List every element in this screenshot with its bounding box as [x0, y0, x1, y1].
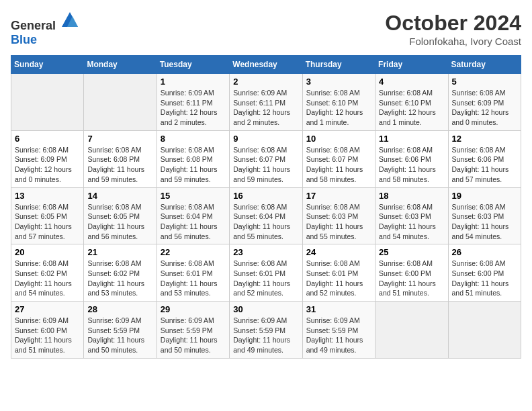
day-number: 29 — [161, 304, 226, 314]
day-info: Sunrise: 6:08 AM Sunset: 6:07 PM Dayligh… — [306, 145, 371, 185]
calendar-cell: 7Sunrise: 6:08 AM Sunset: 6:08 PM Daylig… — [84, 130, 157, 187]
day-number: 3 — [306, 77, 371, 87]
calendar-cell: 24Sunrise: 6:08 AM Sunset: 6:01 PM Dayli… — [302, 244, 375, 302]
calendar-cell: 6Sunrise: 6:08 AM Sunset: 6:09 PM Daylig… — [11, 130, 84, 187]
day-info: Sunrise: 6:08 AM Sunset: 6:04 PM Dayligh… — [161, 202, 226, 242]
day-info: Sunrise: 6:08 AM Sunset: 6:05 PM Dayligh… — [87, 202, 152, 242]
calendar-cell: 27Sunrise: 6:09 AM Sunset: 6:00 PM Dayli… — [11, 302, 84, 359]
logo-icon — [60, 11, 79, 30]
day-info: Sunrise: 6:08 AM Sunset: 6:08 PM Dayligh… — [161, 145, 226, 185]
calendar-cell: 11Sunrise: 6:08 AM Sunset: 6:06 PM Dayli… — [375, 130, 448, 187]
day-number: 2 — [233, 77, 298, 87]
day-number: 27 — [15, 304, 80, 314]
day-info: Sunrise: 6:08 AM Sunset: 6:09 PM Dayligh… — [452, 88, 517, 128]
day-info: Sunrise: 6:08 AM Sunset: 6:05 PM Dayligh… — [15, 202, 80, 242]
day-number: 8 — [161, 134, 226, 144]
day-info: Sunrise: 6:09 AM Sunset: 6:11 PM Dayligh… — [161, 88, 226, 128]
day-number: 14 — [87, 191, 152, 201]
logo: General Blue — [11, 11, 79, 47]
logo-general: General — [11, 19, 56, 32]
day-info: Sunrise: 6:08 AM Sunset: 6:02 PM Dayligh… — [87, 259, 152, 298]
page-header: General Blue October 2024 Folonfokaha, I… — [11, 11, 521, 47]
header-monday: Monday — [84, 56, 157, 74]
day-number: 26 — [452, 247, 517, 257]
day-number: 19 — [452, 191, 517, 201]
day-info: Sunrise: 6:08 AM Sunset: 6:01 PM Dayligh… — [161, 259, 226, 298]
day-number: 9 — [233, 134, 298, 144]
day-number: 22 — [161, 247, 226, 257]
calendar-cell: 29Sunrise: 6:09 AM Sunset: 5:59 PM Dayli… — [157, 302, 229, 359]
main-title: October 2024 — [385, 11, 521, 36]
calendar-cell: 21Sunrise: 6:08 AM Sunset: 6:02 PM Dayli… — [84, 244, 157, 302]
day-info: Sunrise: 6:09 AM Sunset: 5:59 PM Dayligh… — [161, 316, 226, 355]
calendar-cell: 1Sunrise: 6:09 AM Sunset: 6:11 PM Daylig… — [157, 74, 229, 131]
calendar-table: SundayMondayTuesdayWednesdayThursdayFrid… — [11, 55, 521, 359]
calendar-cell: 5Sunrise: 6:08 AM Sunset: 6:09 PM Daylig… — [448, 74, 521, 131]
day-info: Sunrise: 6:09 AM Sunset: 5:59 PM Dayligh… — [233, 316, 298, 355]
week-row-3: 20Sunrise: 6:08 AM Sunset: 6:02 PM Dayli… — [11, 244, 521, 302]
day-number: 31 — [306, 304, 371, 314]
day-number: 25 — [379, 247, 444, 257]
calendar-cell: 9Sunrise: 6:08 AM Sunset: 6:07 PM Daylig… — [230, 130, 302, 187]
day-info: Sunrise: 6:09 AM Sunset: 5:59 PM Dayligh… — [87, 316, 152, 355]
calendar-cell: 10Sunrise: 6:08 AM Sunset: 6:07 PM Dayli… — [302, 130, 375, 187]
calendar-cell: 19Sunrise: 6:08 AM Sunset: 6:03 PM Dayli… — [448, 187, 521, 244]
week-row-4: 27Sunrise: 6:09 AM Sunset: 6:00 PM Dayli… — [11, 302, 521, 359]
day-info: Sunrise: 6:08 AM Sunset: 6:02 PM Dayligh… — [15, 259, 80, 298]
day-info: Sunrise: 6:08 AM Sunset: 6:00 PM Dayligh… — [379, 259, 444, 298]
header-saturday: Saturday — [448, 56, 521, 74]
day-info: Sunrise: 6:08 AM Sunset: 6:06 PM Dayligh… — [379, 145, 444, 185]
calendar-cell — [375, 302, 448, 359]
title-section: October 2024 Folonfokaha, Ivory Coast — [385, 11, 521, 47]
subtitle: Folonfokaha, Ivory Coast — [385, 36, 521, 47]
day-number: 17 — [306, 191, 371, 201]
header-row: SundayMondayTuesdayWednesdayThursdayFrid… — [11, 56, 521, 74]
calendar-cell: 18Sunrise: 6:08 AM Sunset: 6:03 PM Dayli… — [375, 187, 448, 244]
header-sunday: Sunday — [11, 56, 84, 74]
calendar-cell — [84, 74, 157, 131]
day-number: 21 — [87, 247, 152, 257]
day-number: 16 — [233, 191, 298, 201]
header-wednesday: Wednesday — [230, 56, 302, 74]
day-number: 18 — [379, 191, 444, 201]
calendar-cell: 23Sunrise: 6:08 AM Sunset: 6:01 PM Dayli… — [230, 244, 302, 302]
calendar-cell: 22Sunrise: 6:08 AM Sunset: 6:01 PM Dayli… — [157, 244, 229, 302]
week-row-1: 6Sunrise: 6:08 AM Sunset: 6:09 PM Daylig… — [11, 130, 521, 187]
day-info: Sunrise: 6:08 AM Sunset: 6:08 PM Dayligh… — [87, 145, 152, 185]
day-info: Sunrise: 6:08 AM Sunset: 6:07 PM Dayligh… — [233, 145, 298, 185]
calendar-cell: 8Sunrise: 6:08 AM Sunset: 6:08 PM Daylig… — [157, 130, 229, 187]
header-tuesday: Tuesday — [157, 56, 229, 74]
calendar-cell: 20Sunrise: 6:08 AM Sunset: 6:02 PM Dayli… — [11, 244, 84, 302]
day-info: Sunrise: 6:08 AM Sunset: 6:04 PM Dayligh… — [233, 202, 298, 242]
day-number: 11 — [379, 134, 444, 144]
calendar-cell: 16Sunrise: 6:08 AM Sunset: 6:04 PM Dayli… — [230, 187, 302, 244]
day-info: Sunrise: 6:08 AM Sunset: 6:10 PM Dayligh… — [306, 88, 371, 128]
calendar-cell: 4Sunrise: 6:08 AM Sunset: 6:10 PM Daylig… — [375, 74, 448, 131]
calendar-cell: 14Sunrise: 6:08 AM Sunset: 6:05 PM Dayli… — [84, 187, 157, 244]
day-number: 1 — [161, 77, 226, 87]
day-number: 7 — [87, 134, 152, 144]
day-info: Sunrise: 6:08 AM Sunset: 6:03 PM Dayligh… — [306, 202, 371, 242]
day-info: Sunrise: 6:08 AM Sunset: 6:00 PM Dayligh… — [452, 259, 517, 298]
day-info: Sunrise: 6:08 AM Sunset: 6:01 PM Dayligh… — [306, 259, 371, 298]
header-friday: Friday — [375, 56, 448, 74]
calendar-cell: 15Sunrise: 6:08 AM Sunset: 6:04 PM Dayli… — [157, 187, 229, 244]
day-number: 30 — [233, 304, 298, 314]
calendar-cell: 3Sunrise: 6:08 AM Sunset: 6:10 PM Daylig… — [302, 74, 375, 131]
day-info: Sunrise: 6:08 AM Sunset: 6:06 PM Dayligh… — [452, 145, 517, 185]
day-info: Sunrise: 6:09 AM Sunset: 6:00 PM Dayligh… — [15, 316, 80, 355]
day-number: 10 — [306, 134, 371, 144]
day-number: 20 — [15, 247, 80, 257]
calendar-cell: 26Sunrise: 6:08 AM Sunset: 6:00 PM Dayli… — [448, 244, 521, 302]
day-number: 5 — [452, 77, 517, 87]
week-row-2: 13Sunrise: 6:08 AM Sunset: 6:05 PM Dayli… — [11, 187, 521, 244]
day-number: 23 — [233, 247, 298, 257]
day-number: 28 — [87, 304, 152, 314]
day-info: Sunrise: 6:08 AM Sunset: 6:01 PM Dayligh… — [233, 259, 298, 298]
calendar-cell: 12Sunrise: 6:08 AM Sunset: 6:06 PM Dayli… — [448, 130, 521, 187]
day-number: 15 — [161, 191, 226, 201]
calendar-cell: 13Sunrise: 6:08 AM Sunset: 6:05 PM Dayli… — [11, 187, 84, 244]
day-number: 4 — [379, 77, 444, 87]
day-info: Sunrise: 6:09 AM Sunset: 6:11 PM Dayligh… — [233, 88, 298, 128]
logo-blue: Blue — [11, 33, 37, 46]
